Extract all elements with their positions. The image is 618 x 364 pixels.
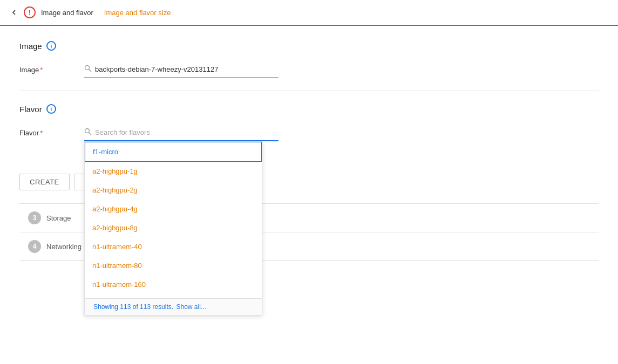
dropdown-item-f1-micro[interactable]: f1-micro xyxy=(85,142,262,162)
flavor-dropdown: f1-microa2-highgpu-1ga2-highgpu-2ga2-hig… xyxy=(84,141,262,315)
dropdown-item-a2-highgpu-2g[interactable]: a2-highgpu-2g xyxy=(85,181,262,200)
image-form-row: Image* backports-debian-7-wheezy-v201311… xyxy=(19,61,599,78)
flavor-search-input[interactable] xyxy=(95,128,279,136)
svg-line-1 xyxy=(89,70,92,72)
dropdown-item-n1-ultramem-160[interactable]: n1-ultramem-160 xyxy=(85,275,262,294)
flavor-form-row: Flavor* f1-microa2-highgpu xyxy=(19,125,599,141)
dropdown-item-a2-highgpu-1g[interactable]: a2-highgpu-1g xyxy=(85,162,262,181)
top-bar: ! Image and flavor Image and flavor size xyxy=(0,0,618,26)
flavor-search-field[interactable] xyxy=(84,125,279,141)
image-section-heading: Image i xyxy=(19,41,599,51)
flavor-dropdown-list: f1-microa2-highgpu-1ga2-highgpu-2ga2-hig… xyxy=(85,142,262,298)
flavor-label: Flavor* xyxy=(19,125,84,137)
section-divider-1 xyxy=(19,91,599,91)
content-area: Image i Image* backports-debian-7-wheezy… xyxy=(0,26,618,364)
dropdown-item-a2-highgpu-8g[interactable]: a2-highgpu-8g xyxy=(85,218,262,237)
back-chevron-icon[interactable] xyxy=(9,7,19,18)
image-control-wrap: backports-debian-7-wheezy-v20131127 xyxy=(84,61,279,78)
flavor-section-heading: Flavor i xyxy=(19,104,599,114)
main-layout: Image i Image* backports-debian-7-wheezy… xyxy=(0,26,618,364)
image-input-field[interactable]: backports-debian-7-wheezy-v20131127 xyxy=(84,61,279,78)
flavor-dropdown-footer: Showing 113 of 113 results. Show all... xyxy=(85,298,262,315)
flavor-info-icon[interactable]: i xyxy=(46,104,56,114)
step-number: 3 xyxy=(28,211,41,224)
svg-point-0 xyxy=(85,66,90,70)
flavor-search-icon xyxy=(84,128,92,137)
svg-line-3 xyxy=(89,133,92,135)
step-label: Storage xyxy=(46,214,71,222)
section-sublabel: Image and flavor size xyxy=(104,9,171,17)
dropdown-item-a2-highgpu-4g[interactable]: a2-highgpu-4g xyxy=(85,200,262,218)
image-value: backports-debian-7-wheezy-v20131127 xyxy=(95,65,218,73)
error-icon: ! xyxy=(24,6,36,18)
flavor-section-title: Flavor xyxy=(19,105,42,114)
dropdown-item-m1-ultramem-40[interactable]: m1-ultramem-40 xyxy=(85,294,262,298)
image-search-icon xyxy=(84,65,92,74)
flavor-control-wrap: f1-microa2-highgpu-1ga2-highgpu-2ga2-hig… xyxy=(84,125,279,141)
image-label: Image* xyxy=(19,61,84,74)
section-label: Image and flavor xyxy=(41,9,93,17)
step-number: 4 xyxy=(28,240,41,253)
image-info-icon[interactable]: i xyxy=(46,41,56,51)
image-section-title: Image xyxy=(19,42,42,51)
show-all-link[interactable]: Show all... xyxy=(176,303,206,311)
svg-point-2 xyxy=(85,129,90,133)
step-label: Networking xyxy=(46,243,82,251)
dropdown-item-n1-ultramem-40[interactable]: n1-ultramem-40 xyxy=(85,237,262,256)
footer-text: Showing 113 of 113 results. xyxy=(93,303,173,311)
dropdown-item-n1-ultramem-80[interactable]: n1-ultramem-80 xyxy=(85,256,262,275)
create-button[interactable]: CREATE xyxy=(19,174,70,190)
